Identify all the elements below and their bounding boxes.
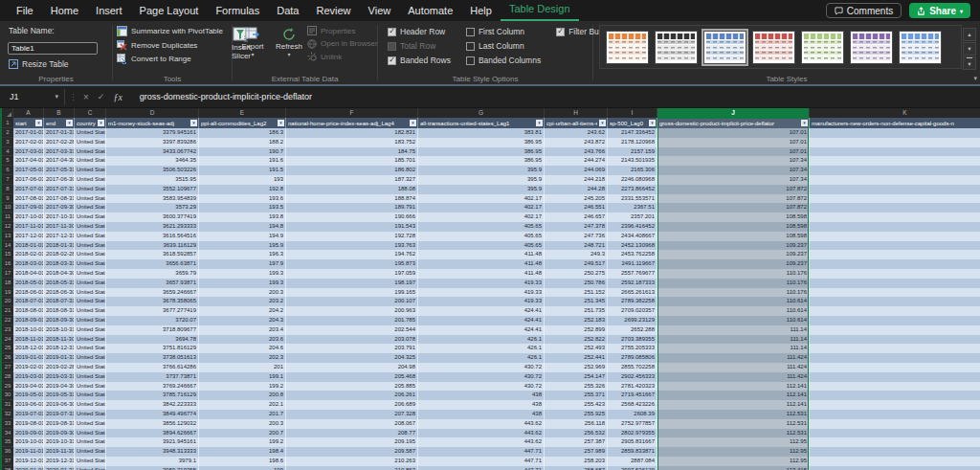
row-header-26[interactable]: 26 [2, 353, 13, 363]
cell-A21[interactable]: 2018-08-01 [13, 306, 44, 316]
cell-E31[interactable]: 202.1 [199, 400, 286, 410]
row-header-34[interactable]: 34 [2, 429, 13, 438]
cell-G14[interactable]: 405.65 [418, 241, 545, 251]
cell-F36[interactable]: 209.587 [286, 447, 418, 457]
cell-D35[interactable]: 3921.945161 [106, 437, 199, 447]
cell-K13[interactable] [810, 232, 980, 241]
cell-I12[interactable]: 2396.416452 [608, 222, 657, 232]
column-header-A[interactable]: A [13, 108, 44, 118]
cell-D2[interactable]: 3379.945161 [106, 128, 199, 138]
cell-G28[interactable]: 430.72 [418, 372, 545, 382]
cell-C11[interactable]: United States [75, 213, 106, 222]
cell-D4[interactable]: 3433.067742 [106, 147, 199, 157]
row-header-18[interactable]: 18 [2, 279, 13, 288]
cell-K12[interactable] [810, 222, 980, 232]
cell-F27[interactable]: 204.98 [286, 363, 418, 372]
cell-D7[interactable]: 3515.95 [106, 175, 199, 185]
cell-D36[interactable]: 3948.313333 [106, 447, 199, 457]
cell-G35[interactable]: 443.62 [418, 437, 545, 447]
cell-H12[interactable]: 247.378 [545, 222, 608, 232]
row-header-21[interactable]: 21 [2, 306, 13, 316]
cell-E25[interactable]: 204.6 [199, 344, 286, 353]
cell-A8[interactable]: 2017-07-01 [13, 185, 44, 194]
cell-F17[interactable]: 197.059 [286, 269, 418, 279]
cell-J3[interactable]: 107.01 [657, 138, 810, 147]
cell-K37[interactable] [810, 457, 980, 466]
cell-B9[interactable]: 2017-08-31 [44, 194, 75, 204]
cell-H30[interactable]: 255.371 [545, 391, 608, 400]
cell-I13[interactable]: 2434.408667 [608, 232, 657, 241]
cell-E37[interactable]: 198.6 [199, 457, 286, 466]
cell-H25[interactable]: 252.493 [545, 344, 608, 353]
export-button[interactable]: Export ▾ [234, 24, 271, 73]
cell-E8[interactable]: 192.8 [199, 185, 286, 194]
filter-dropdown-icon[interactable]: ▾ [66, 120, 73, 126]
cell-C36[interactable]: United States [75, 447, 106, 457]
cell-G4[interactable]: 386.95 [418, 147, 545, 157]
cell-A27[interactable]: 2019-02-01 [13, 363, 44, 372]
table-column-header-E[interactable]: ppi-all-commodities_Lag2▾ [199, 118, 286, 128]
cell-C14[interactable]: United States [75, 241, 106, 251]
cell-A30[interactable]: 2019-05-01 [13, 391, 44, 400]
cell-G27[interactable]: 430.72 [418, 363, 545, 372]
cell-B7[interactable]: 2017-06-30 [44, 175, 75, 185]
cell-I36[interactable]: 2859.833871 [608, 447, 657, 457]
cell-D9[interactable]: 3583.954839 [106, 194, 199, 204]
cell-G8[interactable]: 395.9 [418, 185, 545, 194]
cell-J35[interactable]: 112.95 [657, 437, 810, 447]
cell-H33[interactable]: 256.118 [545, 419, 608, 429]
column-header-G[interactable]: G [418, 108, 545, 118]
cell-B34[interactable]: 2019-09-30 [44, 429, 75, 438]
row-header-17[interactable]: 17 [2, 269, 13, 279]
cell-J18[interactable]: 110.176 [657, 279, 810, 288]
cell-I18[interactable]: 2592.187333 [608, 279, 657, 288]
menu-tab-view[interactable]: View [360, 0, 400, 21]
cell-K8[interactable] [810, 185, 980, 194]
cell-B13[interactable]: 2017-12-31 [44, 232, 75, 241]
row-header-6[interactable]: 6 [2, 166, 13, 175]
cell-K26[interactable] [810, 353, 980, 363]
cell-B32[interactable]: 2019-07-31 [44, 410, 75, 419]
cell-A10[interactable]: 2017-09-01 [13, 203, 44, 213]
cell-E4[interactable]: 190.7 [199, 147, 286, 157]
menu-tab-page-layout[interactable]: Page Layout [131, 0, 208, 21]
cell-F5[interactable]: 185.701 [286, 156, 418, 166]
cell-C30[interactable]: United States [75, 391, 106, 400]
menu-tab-file[interactable]: File [8, 0, 42, 21]
table-style-swatch-red[interactable] [752, 31, 795, 64]
row-header-15[interactable]: 15 [2, 250, 13, 259]
cell-F35[interactable]: 209.195 [286, 437, 418, 447]
enter-icon[interactable]: ✓ [98, 92, 105, 101]
cell-B8[interactable]: 2017-07-31 [44, 185, 75, 194]
cell-F29[interactable]: 205.885 [286, 382, 418, 392]
cell-C9[interactable]: United States [75, 194, 106, 204]
cell-E26[interactable]: 202.3 [199, 353, 286, 363]
cell-K32[interactable] [810, 410, 980, 419]
cell-D32[interactable]: 3849.496774 [106, 410, 199, 419]
cell-K19[interactable] [810, 288, 980, 298]
cell-D17[interactable]: 3659.79 [106, 269, 199, 279]
cell-J29[interactable]: 112.141 [657, 382, 810, 392]
cell-D3[interactable]: 3397.839286 [106, 138, 199, 147]
cell-C23[interactable]: United States [75, 325, 106, 335]
cell-G29[interactable]: 430.72 [418, 382, 545, 392]
cell-J37[interactable]: 112.95 [657, 457, 810, 466]
cell-K31[interactable] [810, 400, 980, 410]
column-header-E[interactable]: E [199, 108, 286, 118]
cell-C5[interactable]: United States [75, 156, 106, 166]
cell-C27[interactable]: United States [75, 363, 106, 372]
refresh-button[interactable]: Refresh ▾ [271, 24, 307, 73]
cell-B19[interactable]: 2018-06-30 [44, 288, 75, 298]
row-header-11[interactable]: 11 [2, 213, 13, 222]
cell-H15[interactable]: 249.3 [545, 250, 608, 259]
row-header-4[interactable]: 4 [2, 147, 13, 157]
cell-C31[interactable]: United States [75, 400, 106, 410]
row-header-8[interactable]: 8 [2, 185, 13, 194]
cell-A14[interactable]: 2018-01-01 [13, 241, 44, 251]
cell-H22[interactable]: 252.183 [545, 316, 608, 325]
cell-G15[interactable]: 411.48 [418, 250, 545, 259]
cell-A17[interactable]: 2018-04-01 [13, 269, 44, 279]
cell-C15[interactable]: United States [75, 250, 106, 259]
cell-K14[interactable] [810, 241, 980, 251]
cell-I33[interactable]: 2752.977857 [608, 419, 657, 429]
